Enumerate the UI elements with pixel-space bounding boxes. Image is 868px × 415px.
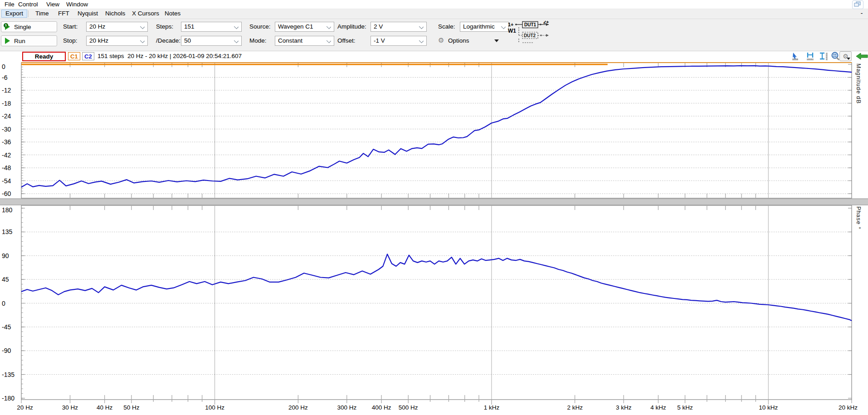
menu-view[interactable]: View [44,1,61,8]
gear-dropdown-arrow [847,58,850,60]
wiring-diagram: 1+ W1 DUT1 2+ DUT2 [507,21,557,47]
tab-export[interactable]: Export [2,10,27,17]
svg-text:2+: 2+ [543,21,549,24]
stop-select[interactable]: 20 kHz [86,36,148,46]
vertical-cursors-icon[interactable] [819,52,829,61]
tab-fft[interactable]: FFT [54,10,73,17]
channel-c2-toggle[interactable]: C2 [82,52,94,60]
per-decade-label: /Decade: [156,35,180,46]
y-tick-label: 180 [2,206,12,214]
tab-separator [28,10,29,17]
restore-window-icon[interactable] [852,0,863,9]
x-tick-label: 4 kHz [650,404,666,411]
chevron-down-icon [327,24,331,29]
y-tick-label: -135 [2,371,15,378]
chevron-down-icon [419,24,424,29]
y-tick-label: 0 [2,63,5,70]
x-tick-label: 40 Hz [97,404,112,411]
dock-arrow-icon[interactable] [855,52,868,61]
y-tick-label: -60 [2,190,11,197]
per-decade-select[interactable]: 50 [181,36,242,46]
tab-nichols[interactable]: Nichols [102,10,129,17]
y-tick-label: -42 [2,151,11,159]
y-tick-label: 0 [2,300,5,307]
channel-c1-toggle[interactable]: C1 [68,52,80,60]
chevron-down-icon [419,39,424,43]
amplitude-select[interactable]: 2 V [371,22,427,32]
tab-notes[interactable]: Notes [161,10,184,17]
x-tick-label: 400 Hz [372,404,391,411]
plot-settings-gear-button[interactable]: ⚙ [839,51,852,61]
x-tick-label: 50 Hz [123,404,139,411]
tab-x-cursors[interactable]: X Cursors [128,10,163,17]
y-tick-label: -18 [2,100,11,107]
menu-file[interactable]: File [3,1,16,8]
scale-label: Scale: [438,21,455,32]
y-tick-label: 90 [2,252,9,259]
chevron-down-icon [140,39,145,43]
x-tick-label: 100 Hz [205,404,224,411]
x-tick-label: 500 Hz [399,404,418,411]
chevron-down-icon [327,39,331,43]
tab-nyquist[interactable]: Nyquist [74,10,102,17]
steps-select[interactable]: 151 [181,22,242,32]
start-select[interactable]: 20 Hz [86,22,148,32]
x-tick-label: 300 Hz [337,404,356,411]
chevron-down-icon [234,24,239,29]
tabbar: Export Time FFT Nyquist Nichols X Cursor… [0,9,868,19]
y-tick-label: -30 [2,126,11,133]
source-select[interactable]: Wavegen C1 [275,22,334,32]
x-tick-label: 20 Hz [17,404,33,411]
amplitude-label: Amplitude: [337,21,366,32]
chevron-down-icon [234,39,239,43]
y-tick-label: -90 [2,347,11,354]
chevron-down-icon [140,24,145,29]
source-label: Source: [249,21,271,32]
menu-window[interactable]: Window [64,1,90,8]
y-tick-label: 45 [2,276,9,283]
offset-label: Offset: [337,35,356,46]
scale-select[interactable]: Logarithmic [460,22,509,32]
statusbar: Ready C1 C2 151 steps 20 Hz - 20 kHz | 2… [0,51,868,62]
status-info: 151 steps 20 Hz - 20 kHz | 2026-01-09 20… [98,53,242,59]
menubar: File Control View Window [0,0,868,9]
run-button[interactable]: Run [1,35,57,46]
x-tick-label: 30 Hz [62,404,78,411]
collapse-toolbar-button[interactable]: - [858,10,865,17]
svg-text:DUT2: DUT2 [524,33,536,38]
horizontal-cursors-icon[interactable] [806,52,816,61]
phase-axis-label: Phase ° [855,206,862,229]
tab-time[interactable]: Time [32,10,53,17]
x-tick-label: 10 kHz [759,404,778,411]
x-tick-label: 3 kHz [616,404,632,411]
status-ready: Ready [22,52,66,61]
steps-label: Steps: [156,21,173,32]
trace-cursor-icon[interactable] [791,52,801,61]
menu-control[interactable]: Control [16,1,40,8]
options-dropdown-arrow[interactable] [494,39,499,42]
bode-plot[interactable] [0,0,868,415]
single-badge: 1 [4,23,8,28]
y-tick-label: -6 [2,74,7,81]
x-tick-label: 20 kHz [839,404,858,411]
options-gear-icon: ⚙ [438,36,444,44]
offset-select[interactable]: -1 V [371,36,427,46]
svg-text:DUT1: DUT1 [524,22,536,27]
chevron-down-icon [501,24,506,29]
x-tick-label: 1 kHz [484,404,500,411]
options-label[interactable]: Options [448,35,469,46]
mode-label: Mode: [249,35,267,46]
y-tick-label: -36 [2,138,11,146]
y-tick-label: -45 [2,323,11,331]
y-tick-label: 135 [2,228,12,235]
toolbar: 1 Single Run Start: 20 Hz Stop: 20 kHz S… [0,19,868,51]
x-tick-label: 2 kHz [567,404,583,411]
x-tick-label: 5 kHz [677,404,693,411]
stop-label: Stop: [63,35,78,46]
mode-select[interactable]: Constant [275,36,334,46]
single-button[interactable]: 1 Single [1,21,57,32]
run-play-icon [5,38,10,44]
start-label: Start: [63,21,78,32]
magnitude-axis-label: Magnitude dB [855,63,862,104]
y-tick-label: -48 [2,164,11,171]
